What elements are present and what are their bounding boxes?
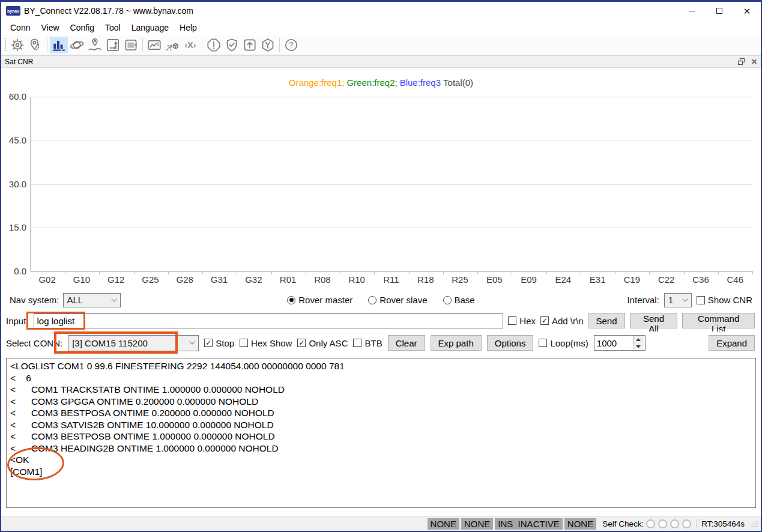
loop-interval-input[interactable] bbox=[594, 336, 633, 350]
clear-x-button[interactable]: ‹X› bbox=[181, 37, 199, 53]
clear-x-icon: ‹X› bbox=[183, 37, 198, 53]
toolbar-grip[interactable] bbox=[4, 38, 7, 52]
x-axis-tick-label: R08 bbox=[305, 274, 339, 285]
x-axis-tick-label: G02 bbox=[30, 274, 64, 285]
plot-axes-button[interactable] bbox=[104, 37, 122, 53]
x-axis-tick-label: E05 bbox=[477, 274, 512, 285]
conn-value: [3] COM15 115200 bbox=[72, 338, 185, 348]
x-axis-tick-label: G10 bbox=[64, 274, 98, 285]
expand-button[interactable]: Expand bbox=[709, 335, 755, 351]
log-output[interactable]: <LOGLIST COM1 0 99.6 FINESTEERING 2292 1… bbox=[6, 358, 756, 508]
menu-item-language[interactable]: Language bbox=[126, 21, 174, 34]
upgrade-button[interactable] bbox=[241, 37, 259, 53]
stop-label: Stop bbox=[216, 338, 234, 348]
hex-label: Hex bbox=[519, 316, 536, 326]
show-cnr-checkbox[interactable]: Show CNR bbox=[697, 295, 752, 305]
orbit-icon bbox=[69, 37, 85, 53]
close-panel-icon[interactable]: ✕ bbox=[751, 58, 757, 66]
status-badge: INS INACTIVE bbox=[495, 518, 563, 530]
settings-gear-button[interactable] bbox=[8, 37, 26, 53]
checkbox-icon bbox=[539, 339, 547, 347]
legend-entry: Orange:freq1; bbox=[289, 77, 345, 88]
options-button[interactable]: Options bbox=[487, 335, 534, 351]
log-line: < COM3 BESTPOSA ONTIME 0.200000 0.000000… bbox=[10, 407, 752, 419]
minimize-button[interactable] bbox=[678, 2, 706, 20]
chevron-down-icon bbox=[682, 296, 688, 301]
location-pin-button[interactable] bbox=[26, 37, 44, 53]
warning-button[interactable] bbox=[205, 37, 223, 53]
only-asc-checkbox[interactable]: ✓ Only ASC bbox=[297, 338, 348, 348]
radio-icon bbox=[443, 296, 452, 304]
loop-checkbox[interactable]: Loop(ms) bbox=[539, 338, 588, 348]
select-conn-label: Select CONN: bbox=[6, 338, 62, 348]
send-all-button[interactable]: Send All bbox=[630, 313, 678, 328]
chevron-down-icon bbox=[190, 339, 195, 344]
shield-check-button[interactable] bbox=[223, 37, 241, 53]
self-check-light-icon bbox=[670, 519, 679, 528]
btb-checkbox[interactable]: BTB bbox=[353, 338, 382, 348]
hex-checkbox[interactable]: Hex bbox=[508, 316, 536, 326]
command-list-button[interactable]: Command List bbox=[682, 313, 755, 328]
nav-system-select[interactable]: ALL bbox=[63, 293, 121, 307]
svg-text:?: ? bbox=[289, 41, 294, 49]
interval-select[interactable]: 1 bbox=[664, 293, 692, 307]
x-axis-tick-label: E31 bbox=[581, 274, 615, 285]
menu-item-help[interactable]: Help bbox=[174, 21, 202, 34]
nav-system-value: ALL bbox=[67, 295, 107, 305]
cnr-chart-button[interactable] bbox=[50, 37, 68, 53]
upgrade-icon bbox=[242, 37, 258, 53]
self-check-light-icon bbox=[646, 519, 655, 528]
x-axis-tick-label: G31 bbox=[202, 274, 236, 285]
orbit-button[interactable] bbox=[68, 37, 86, 53]
chart-gridline bbox=[31, 97, 752, 97]
log-line: <LOGLIST COM1 0 99.6 FINESTEERING 2292 1… bbox=[10, 360, 752, 372]
only-asc-label: Only ASC bbox=[309, 338, 348, 348]
arrow-down-icon bbox=[636, 345, 641, 348]
chart-gridline bbox=[31, 271, 752, 272]
chevron-down-icon bbox=[111, 296, 116, 301]
send-button[interactable]: Send bbox=[588, 313, 625, 328]
menu-item-config[interactable]: Config bbox=[65, 21, 100, 34]
command-input[interactable] bbox=[34, 313, 504, 328]
clear-button[interactable]: Clear bbox=[388, 335, 425, 351]
menu-item-view[interactable]: View bbox=[35, 21, 64, 34]
close-button[interactable]: ✕ bbox=[733, 2, 761, 20]
maximize-icon bbox=[716, 8, 722, 14]
spin-up-button[interactable] bbox=[633, 336, 644, 343]
track-route-button[interactable] bbox=[86, 37, 104, 53]
conn-select[interactable]: [3] COM15 115200 bbox=[68, 335, 199, 351]
y-axis-tick-label: 45.0 bbox=[9, 135, 26, 145]
add-rn-checkbox[interactable]: ✓ Add \r\n bbox=[540, 316, 584, 326]
menu-item-conn[interactable]: Conn bbox=[5, 21, 35, 34]
stop-checkbox[interactable]: ✓ Stop bbox=[204, 338, 234, 348]
log-line: < COM1 TRACKSTATB ONTIME 1.000000 0.0000… bbox=[10, 384, 752, 396]
satellite-3d-button[interactable] bbox=[163, 37, 181, 53]
sat-cnr-chart: Orange:freq1;Green:freq2;Blue:freq3Total… bbox=[1, 68, 761, 290]
maximize-button[interactable] bbox=[706, 2, 733, 20]
message-chart-button[interactable] bbox=[145, 37, 163, 53]
self-check-light-icon bbox=[682, 519, 691, 528]
spin-down-button[interactable] bbox=[633, 343, 644, 350]
add-rn-label: Add \r\n bbox=[552, 316, 584, 326]
shield-check-icon bbox=[224, 37, 240, 53]
exp-path-button[interactable]: Exp path bbox=[431, 335, 482, 351]
hex-show-checkbox[interactable]: Hex Show bbox=[240, 338, 292, 348]
radio-base[interactable]: Base bbox=[443, 295, 475, 305]
radio-rover-master[interactable]: Rover master bbox=[287, 295, 352, 305]
resize-grip-icon[interactable] bbox=[751, 520, 758, 528]
radio-rover-slave[interactable]: Rover slave bbox=[368, 295, 427, 305]
log-list-icon bbox=[123, 37, 139, 53]
help-button[interactable]: ? bbox=[282, 37, 300, 53]
track-route-icon bbox=[87, 37, 103, 53]
log-list-button[interactable] bbox=[122, 37, 140, 53]
panel-header: Sat CNR ✕ bbox=[1, 55, 761, 68]
loop-interval-stepper[interactable] bbox=[594, 335, 646, 351]
log-line: < COM3 BESTPOSB ONTIME 1.000000 0.000000… bbox=[10, 431, 752, 443]
hex-y-button[interactable] bbox=[259, 37, 277, 53]
float-panel-icon[interactable] bbox=[737, 58, 745, 65]
chart-controls-row: Nav system: ALL Rover masterRover slaveB… bbox=[1, 290, 761, 310]
btb-label: BTB bbox=[364, 338, 382, 348]
x-axis-tick-label: R11 bbox=[374, 274, 408, 285]
menu-item-tool[interactable]: Tool bbox=[100, 21, 126, 34]
radio-label: Rover master bbox=[298, 295, 352, 305]
